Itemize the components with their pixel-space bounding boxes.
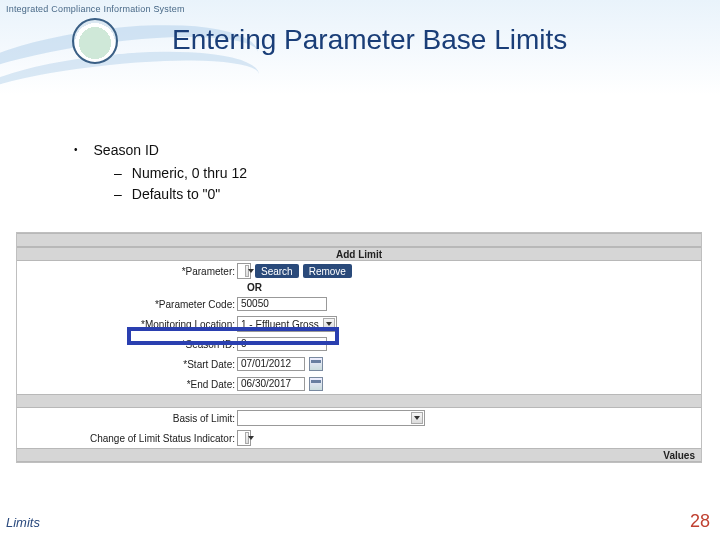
chevron-down-icon [323, 318, 335, 330]
row-start-date: *Start Date: 07/01/2012 [17, 354, 701, 374]
season-id-input[interactable]: 0 [237, 337, 327, 351]
section-header-values: Values [663, 450, 695, 461]
row-parameter-code: *Parameter Code: 50050 [17, 294, 701, 314]
chevron-down-icon [411, 412, 423, 424]
app-tagline: Integrated Compliance Information System [6, 4, 185, 14]
label-end-date: *End Date: [17, 379, 237, 390]
monitoring-location-value: 1 - Effluent Gross [241, 319, 319, 330]
bullet-list: Season ID Numeric, 0 thru 12 Defaults to… [74, 140, 247, 205]
agency-logo [72, 18, 118, 64]
parameter-dropdown[interactable] [237, 263, 251, 279]
band-mid [17, 394, 701, 408]
calendar-icon[interactable] [309, 377, 323, 391]
band-top [17, 233, 701, 247]
row-season-id: *Season ID: 0 [17, 334, 701, 354]
form-screenshot: Add Limit *Parameter: Search Remove OR *… [16, 232, 702, 463]
slide-title: Entering Parameter Base Limits [172, 24, 567, 56]
bullet-sub-1: Numeric, 0 thru 12 [114, 163, 247, 184]
row-parameter: *Parameter: Search Remove [17, 261, 701, 281]
label-change-indicator: Change of Limit Status Indicator: [17, 433, 237, 444]
remove-button[interactable]: Remove [303, 264, 352, 278]
section-header-add-limit: Add Limit [336, 249, 382, 260]
change-indicator-select[interactable] [237, 430, 251, 446]
label-start-date: *Start Date: [17, 359, 237, 370]
label-parameter-code: *Parameter Code: [17, 299, 237, 310]
label-monitoring-location: *Monitoring Location: [17, 319, 237, 330]
monitoring-location-select[interactable]: 1 - Effluent Gross [237, 316, 337, 332]
calendar-icon[interactable] [309, 357, 323, 371]
chevron-down-icon [245, 265, 249, 277]
row-change-indicator: Change of Limit Status Indicator: [17, 428, 701, 448]
chevron-down-icon [245, 432, 249, 444]
basis-of-limit-select[interactable] [237, 410, 425, 426]
parameter-code-input[interactable]: 50050 [237, 297, 327, 311]
bullet-sub-2: Defaults to "0" [114, 184, 247, 205]
footer-section-label: Limits [6, 515, 40, 530]
row-end-date: *End Date: 06/30/2017 [17, 374, 701, 394]
end-date-input[interactable]: 06/30/2017 [237, 377, 305, 391]
row-monitoring-location: *Monitoring Location: 1 - Effluent Gross [17, 314, 701, 334]
row-basis-of-limit: Basis of Limit: [17, 408, 701, 428]
label-parameter: *Parameter: [17, 266, 237, 277]
start-date-input[interactable]: 07/01/2012 [237, 357, 305, 371]
band-values: Values [17, 448, 701, 462]
label-season-id: *Season ID: [17, 339, 237, 350]
bullet-main: Season ID [74, 140, 247, 161]
search-button[interactable]: Search [255, 264, 299, 278]
band-add-limit: Add Limit [17, 247, 701, 261]
page-number: 28 [690, 511, 710, 532]
label-basis-of-limit: Basis of Limit: [17, 413, 237, 424]
or-divider: OR [17, 281, 701, 294]
